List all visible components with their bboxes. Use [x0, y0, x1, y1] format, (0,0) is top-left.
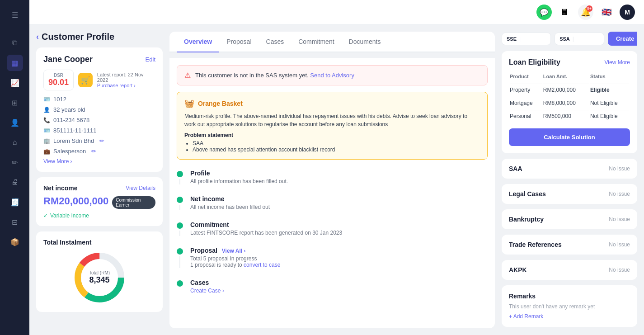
middle-panel: Overview Proposal Cases Commitment Docum…: [169, 32, 495, 328]
copy-icon[interactable]: ⧉: [7, 35, 23, 51]
timeline-title-commitment: Commitment: [190, 221, 488, 228]
sse-label: SSE: [507, 36, 517, 42]
akpk-section: AKPK No issue: [502, 260, 637, 280]
loan-product-2: Mortgage: [510, 97, 542, 109]
person-small-icon: 👤: [43, 107, 50, 113]
tabs: Overview Proposal Cases Commitment Docum…: [169, 32, 495, 52]
box-icon[interactable]: 📦: [7, 234, 23, 250]
chart-line-icon[interactable]: 📈: [7, 75, 23, 91]
legal-cases-section: Legal Cases No issue: [502, 184, 637, 204]
avatar[interactable]: M: [620, 5, 635, 20]
loan-row-property: Property RM2,000,000 Eligible: [510, 84, 629, 96]
ssa-input-box[interactable]: SSA |: [555, 33, 604, 45]
timeline-dot-netincome: [177, 197, 183, 203]
tab-cases[interactable]: Cases: [259, 32, 291, 52]
timeline-desc-proposal-1: Total 5 proposal in progress: [190, 255, 488, 262]
tab-documents[interactable]: Documents: [342, 32, 388, 52]
legal-cases-value: No issue: [609, 191, 630, 197]
loan-view-more-button[interactable]: View More: [605, 59, 630, 66]
dsr-label: DSR: [54, 73, 63, 78]
person-icon[interactable]: 👤: [7, 114, 23, 131]
notification-icon[interactable]: 🔔 9+: [578, 5, 593, 20]
akpk-title: AKPK: [509, 266, 527, 274]
edit-button[interactable]: Edit: [146, 56, 155, 63]
sidebar: ☰ ⧉ ▦ 📈 ⊞ 👤 ⌂ ✏ 🖨 🧾 ⊟ 📦: [0, 0, 29, 335]
loan-amount-1: RM2,000,000: [543, 84, 589, 96]
timeline-title-netincome: Net income: [190, 195, 488, 203]
timeline-title-cases: Cases: [190, 279, 488, 286]
total-instalment-title: Total Instalment: [43, 239, 155, 246]
content-area: ‹ Customer Profile Jane Cooper Edit DSR …: [29, 25, 644, 335]
role-icon: 💼: [43, 148, 50, 155]
problem-item-1: SAA: [193, 140, 480, 146]
convert-to-case-link[interactable]: convert to case: [244, 262, 280, 268]
timeline-content-cases: Cases Create Case ›: [190, 279, 488, 294]
sse-input-box[interactable]: SSE |: [502, 33, 551, 45]
receipt-icon[interactable]: 🧾: [7, 194, 23, 210]
view-all-link[interactable]: View All ›: [222, 248, 246, 254]
print-icon[interactable]: 🖨: [7, 174, 23, 190]
sse-separator: |: [519, 36, 521, 42]
send-to-advisory-link[interactable]: Send to Advisory: [310, 72, 354, 79]
breadcrumb[interactable]: ‹ Customer Profile: [36, 32, 163, 42]
trade-references-value: No issue: [609, 241, 630, 248]
timeline-dot-profile: [177, 171, 183, 177]
timeline-content-proposal: Proposal View All › Total 5 proposal in …: [190, 247, 488, 268]
view-more-button[interactable]: View More ›: [43, 158, 155, 165]
profile-card: Jane Cooper Edit DSR 90.01 🛒 Latest repo…: [36, 47, 163, 172]
flag-icon[interactable]: 🇬🇧: [599, 5, 614, 20]
calculate-solution-button[interactable]: Calculate Solution: [509, 128, 630, 146]
timeline-content-commitment: Commitment Latest FINTSCORE report has b…: [190, 221, 488, 236]
income-amount: RM20,000,000: [43, 195, 108, 207]
back-arrow[interactable]: ‹: [36, 32, 39, 42]
warning-title: Orange Basket: [198, 100, 243, 107]
net-income-card: Net income View Details RM20,000,000 Com…: [36, 177, 163, 226]
layers-icon[interactable]: ⊟: [7, 214, 23, 230]
basket-icon: 🧺: [184, 99, 194, 109]
left-panel: ‹ Customer Profile Jane Cooper Edit DSR …: [36, 32, 163, 328]
dsr-box: DSR 90.01: [43, 70, 74, 90]
dsr-value: 90.01: [48, 78, 69, 87]
sse-input-field[interactable]: [523, 36, 546, 42]
remarks-empty: This user don't have any remark yet: [509, 303, 630, 310]
saa-value: No issue: [609, 165, 630, 172]
cart-icon[interactable]: 🛒: [78, 73, 93, 87]
view-details-button[interactable]: View Details: [126, 185, 155, 191]
calculator-icon[interactable]: 🖩: [557, 5, 573, 20]
card-icon: 🪪: [43, 127, 50, 134]
loan-row-personal: Personal RM500,000 Not Eligible: [510, 110, 629, 122]
purchase-link[interactable]: Purchase report ›: [97, 83, 155, 88]
loan-eligibility-card: Loan Eligibility View More Product Loan …: [502, 51, 637, 153]
trade-references-section: Trade References No issue: [502, 235, 637, 255]
tab-overview[interactable]: Overview: [177, 32, 219, 52]
timeline-desc-commitment: Latest FINTSCORE report has been generat…: [190, 230, 488, 236]
timeline: Profile All profile information has been…: [177, 166, 488, 308]
profile-age: 👤 32 years old: [43, 106, 155, 113]
whatsapp-icon[interactable]: 💬: [536, 5, 552, 20]
timeline-title-profile: Profile: [190, 170, 488, 177]
home-icon[interactable]: ⌂: [7, 134, 23, 151]
breadcrumb-title: Customer Profile: [42, 32, 114, 42]
timeline-dot-commitment: [177, 222, 183, 229]
bankruptcy-title: Bankruptcy: [509, 216, 544, 223]
brush-icon[interactable]: ✏: [7, 154, 23, 170]
bankruptcy-section: Bankruptcy No issue: [502, 209, 637, 229]
edit-role-icon[interactable]: ✏: [91, 148, 96, 155]
tab-commitment[interactable]: Commitment: [291, 32, 341, 52]
menu-icon[interactable]: ☰: [7, 7, 23, 23]
report-info: Latest report: 22 Nov 2022 Purchase repo…: [97, 72, 155, 88]
tab-content: ⚠ This customer is not in the SAS system…: [169, 58, 495, 328]
trade-references-title: Trade References: [509, 241, 562, 248]
create-button[interactable]: Create: [608, 32, 637, 46]
ssa-input-field[interactable]: [577, 36, 599, 42]
main-area: 💬 🖩 🔔 9+ 🇬🇧 M ‹ Customer Profile Jane Co…: [29, 0, 644, 335]
profile-id: 🪪 1012: [43, 96, 155, 103]
timeline-desc-profile: All profile information has been filled …: [190, 178, 488, 184]
create-case-link[interactable]: Create Case ›: [190, 288, 224, 294]
chart-bar-icon[interactable]: ▦: [7, 55, 23, 71]
tab-proposal[interactable]: Proposal: [219, 32, 259, 52]
edit-company-icon[interactable]: ✏: [99, 137, 104, 144]
timeline-title-proposal: Proposal View All ›: [190, 247, 488, 254]
add-remark-button[interactable]: + Add Remark: [509, 313, 630, 320]
table-icon[interactable]: ⊞: [7, 94, 23, 111]
